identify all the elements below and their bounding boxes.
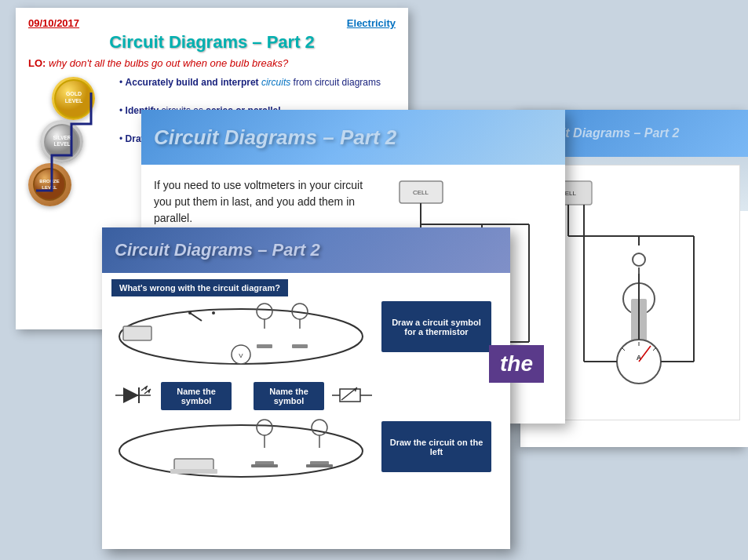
svg-point-57 — [212, 311, 215, 315]
svg-rect-63 — [292, 344, 308, 348]
svg-point-78 — [119, 425, 363, 477]
svg-point-13 — [633, 253, 645, 266]
name-symbol-button-1[interactable]: Name the symbol — [161, 382, 232, 410]
slide3-content: V Name the symbol — [111, 301, 501, 488]
svg-point-58 — [257, 304, 272, 319]
circuit-illustration: CELL A — [537, 173, 725, 409]
svg-rect-62 — [257, 344, 272, 348]
thermistor-symbol — [330, 378, 374, 413]
slide1-title: Circuit Diagrams – Part 2 — [28, 32, 396, 53]
svg-text:V: V — [239, 352, 243, 359]
svg-rect-84 — [251, 464, 278, 467]
draw-circuit-button[interactable]: Draw the circuit on the left — [381, 421, 491, 472]
svg-marker-67 — [123, 387, 139, 403]
the-text: the — [500, 351, 533, 376]
draw-thermistor-button[interactable]: Draw a circuit symbol for a thermistor — [381, 301, 491, 352]
bullet1: Accurately build and interpret circuits … — [113, 77, 396, 88]
svg-rect-74 — [340, 389, 360, 402]
wrong-circuit-svg: V — [111, 301, 370, 372]
lo-prefix: LO: — [28, 57, 46, 69]
bottom-circuit-svg — [111, 418, 370, 485]
slide3-title: Circuit Diagrams – Part 2 — [115, 240, 320, 260]
svg-line-55 — [190, 313, 202, 321]
slide3-body: What's wrong with the circuit diagram? — [102, 273, 510, 494]
name-symbol-button-2[interactable]: Name the symbol — [254, 382, 324, 410]
wrong-circuit-label: What's wrong with the circuit diagram? — [111, 279, 288, 296]
svg-rect-88 — [306, 464, 333, 467]
svg-rect-80 — [170, 469, 217, 474]
slide3: Circuit Diagrams – Part 2 What's wrong w… — [102, 227, 510, 549]
svg-rect-54 — [123, 326, 151, 340]
slide3-left-column: V Name the symbol — [111, 301, 374, 488]
slide2-header: Circuit Diagrams – Part 2 — [141, 110, 565, 165]
slide1-topic: Electricity — [347, 17, 396, 29]
slide3-header: Circuit Diagrams – Part 2 — [102, 227, 510, 273]
the-overlap-box: the — [489, 345, 544, 383]
stair-diagram — [28, 77, 107, 214]
slide2-title: Circuit Diagrams – Part 2 — [154, 125, 396, 150]
diode-symbol — [111, 378, 155, 413]
slide1-date: 09/10/2017 — [28, 17, 79, 29]
svg-text:CELL: CELL — [413, 189, 429, 196]
svg-point-85 — [312, 420, 327, 435]
svg-point-81 — [257, 420, 272, 435]
slide3-right-column: Draw a circuit symbol for a thermistor D… — [381, 301, 501, 488]
slide1-header: 09/10/2017 Electricity — [28, 17, 396, 29]
slide1-lo: LO: why don't all the bulbs go out when … — [28, 57, 396, 69]
svg-point-56 — [188, 311, 192, 315]
lo-text: why don't all the bulbs go out when one … — [46, 57, 288, 69]
